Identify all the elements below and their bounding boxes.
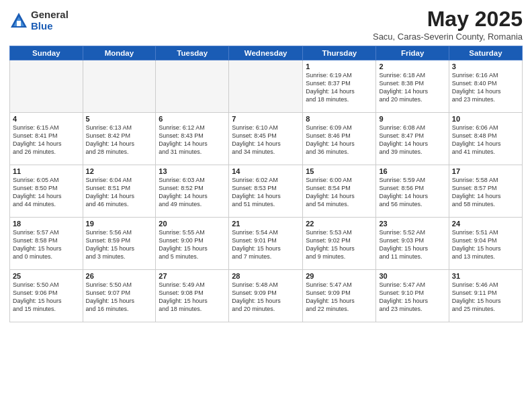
logo-general-text: General xyxy=(31,9,69,21)
day-cell: 17Sunrise: 5:58 AM Sunset: 8:57 PM Dayli… xyxy=(449,165,522,218)
day-number: 6 xyxy=(159,115,226,123)
day-cell: 5Sunrise: 6:13 AM Sunset: 8:42 PM Daylig… xyxy=(83,113,156,165)
day-cell: 25Sunrise: 5:50 AM Sunset: 9:06 PM Dayli… xyxy=(10,270,83,322)
day-number: 14 xyxy=(232,167,300,175)
day-cell xyxy=(83,60,156,113)
day-number: 12 xyxy=(86,167,153,175)
day-number: 25 xyxy=(13,272,80,280)
day-number: 16 xyxy=(379,167,445,175)
day-number: 15 xyxy=(306,167,373,175)
day-cell: 2Sunrise: 6:18 AM Sunset: 8:38 PM Daylig… xyxy=(376,60,449,113)
day-number: 7 xyxy=(232,115,300,123)
day-info: Sunrise: 5:46 AM Sunset: 9:11 PM Dayligh… xyxy=(452,281,519,314)
day-number: 28 xyxy=(232,272,300,280)
day-info: Sunrise: 5:59 AM Sunset: 8:56 PM Dayligh… xyxy=(379,176,445,209)
col-sunday: Sunday xyxy=(10,46,83,60)
day-info: Sunrise: 6:18 AM Sunset: 8:38 PM Dayligh… xyxy=(379,71,445,104)
day-cell: 14Sunrise: 6:02 AM Sunset: 8:53 PM Dayli… xyxy=(229,165,303,218)
day-info: Sunrise: 6:10 AM Sunset: 8:45 PM Dayligh… xyxy=(232,124,300,156)
day-info: Sunrise: 6:12 AM Sunset: 8:43 PM Dayligh… xyxy=(159,124,226,156)
day-number: 26 xyxy=(86,272,153,280)
day-number: 18 xyxy=(13,220,80,228)
month-title: May 2025 xyxy=(373,7,523,32)
calendar-header-row: Sunday Monday Tuesday Wednesday Thursday… xyxy=(10,46,523,60)
day-cell: 7Sunrise: 6:10 AM Sunset: 8:45 PM Daylig… xyxy=(229,113,303,165)
day-number: 1 xyxy=(306,62,373,71)
day-info: Sunrise: 6:13 AM Sunset: 8:42 PM Dayligh… xyxy=(86,124,153,156)
col-tuesday: Tuesday xyxy=(156,46,229,60)
day-info: Sunrise: 6:06 AM Sunset: 8:48 PM Dayligh… xyxy=(452,124,519,156)
day-number: 24 xyxy=(452,220,519,228)
day-info: Sunrise: 6:04 AM Sunset: 8:51 PM Dayligh… xyxy=(86,176,153,209)
day-info: Sunrise: 5:52 AM Sunset: 9:03 PM Dayligh… xyxy=(379,228,445,261)
day-cell: 24Sunrise: 5:51 AM Sunset: 9:04 PM Dayli… xyxy=(449,218,522,270)
day-number: 29 xyxy=(306,272,373,280)
day-cell: 29Sunrise: 5:47 AM Sunset: 9:09 PM Dayli… xyxy=(303,270,376,322)
day-cell: 16Sunrise: 5:59 AM Sunset: 8:56 PM Dayli… xyxy=(376,165,449,218)
page: General Blue May 2025 Sacu, Caras-Severi… xyxy=(0,0,532,411)
day-info: Sunrise: 6:03 AM Sunset: 8:52 PM Dayligh… xyxy=(159,176,226,209)
day-number: 4 xyxy=(13,115,80,123)
day-cell xyxy=(156,60,229,113)
day-info: Sunrise: 5:47 AM Sunset: 9:09 PM Dayligh… xyxy=(306,281,373,314)
day-info: Sunrise: 5:50 AM Sunset: 9:06 PM Dayligh… xyxy=(13,281,80,314)
logo-text: General Blue xyxy=(31,9,69,32)
day-cell: 6Sunrise: 6:12 AM Sunset: 8:43 PM Daylig… xyxy=(156,113,229,165)
day-number: 9 xyxy=(379,115,445,123)
day-number: 2 xyxy=(379,62,445,71)
day-info: Sunrise: 5:49 AM Sunset: 9:08 PM Dayligh… xyxy=(159,281,226,314)
day-info: Sunrise: 6:05 AM Sunset: 8:50 PM Dayligh… xyxy=(13,176,80,209)
day-number: 13 xyxy=(159,167,226,175)
day-number: 3 xyxy=(452,62,519,71)
day-cell: 15Sunrise: 6:00 AM Sunset: 8:54 PM Dayli… xyxy=(303,165,376,218)
day-cell: 27Sunrise: 5:49 AM Sunset: 9:08 PM Dayli… xyxy=(156,270,229,322)
day-info: Sunrise: 5:48 AM Sunset: 9:09 PM Dayligh… xyxy=(232,281,300,314)
col-wednesday: Wednesday xyxy=(229,46,303,60)
day-info: Sunrise: 6:19 AM Sunset: 8:37 PM Dayligh… xyxy=(306,71,373,104)
col-monday: Monday xyxy=(83,46,156,60)
day-cell: 21Sunrise: 5:54 AM Sunset: 9:01 PM Dayli… xyxy=(229,218,303,270)
col-friday: Friday xyxy=(376,46,449,60)
day-number: 11 xyxy=(13,167,80,175)
day-info: Sunrise: 6:00 AM Sunset: 8:54 PM Dayligh… xyxy=(306,176,373,209)
day-cell: 12Sunrise: 6:04 AM Sunset: 8:51 PM Dayli… xyxy=(83,165,156,218)
day-info: Sunrise: 5:58 AM Sunset: 8:57 PM Dayligh… xyxy=(452,176,519,209)
day-cell: 3Sunrise: 6:16 AM Sunset: 8:40 PM Daylig… xyxy=(449,60,522,113)
day-cell: 11Sunrise: 6:05 AM Sunset: 8:50 PM Dayli… xyxy=(10,165,83,218)
week-row-2: 4Sunrise: 6:15 AM Sunset: 8:41 PM Daylig… xyxy=(10,113,523,165)
day-info: Sunrise: 6:09 AM Sunset: 8:46 PM Dayligh… xyxy=(306,124,373,156)
day-info: Sunrise: 5:50 AM Sunset: 9:07 PM Dayligh… xyxy=(86,281,153,314)
day-number: 20 xyxy=(159,220,226,228)
day-info: Sunrise: 6:15 AM Sunset: 8:41 PM Dayligh… xyxy=(13,124,80,156)
day-number: 22 xyxy=(306,220,373,228)
day-info: Sunrise: 5:57 AM Sunset: 8:58 PM Dayligh… xyxy=(13,228,80,261)
title-area: May 2025 Sacu, Caras-Severin County, Rom… xyxy=(373,7,523,42)
header: General Blue May 2025 Sacu, Caras-Severi… xyxy=(9,7,523,42)
day-number: 30 xyxy=(379,272,445,280)
day-info: Sunrise: 5:56 AM Sunset: 8:59 PM Dayligh… xyxy=(86,228,153,261)
calendar: Sunday Monday Tuesday Wednesday Thursday… xyxy=(9,46,523,322)
day-cell: 20Sunrise: 5:55 AM Sunset: 9:00 PM Dayli… xyxy=(156,218,229,270)
day-info: Sunrise: 5:51 AM Sunset: 9:04 PM Dayligh… xyxy=(452,228,519,261)
day-number: 8 xyxy=(306,115,373,123)
logo: General Blue xyxy=(9,9,69,32)
day-info: Sunrise: 5:53 AM Sunset: 9:02 PM Dayligh… xyxy=(306,228,373,261)
logo-blue-text: Blue xyxy=(31,21,69,32)
day-info: Sunrise: 6:16 AM Sunset: 8:40 PM Dayligh… xyxy=(452,71,519,104)
day-cell: 31Sunrise: 5:46 AM Sunset: 9:11 PM Dayli… xyxy=(449,270,522,322)
week-row-5: 25Sunrise: 5:50 AM Sunset: 9:06 PM Dayli… xyxy=(10,270,523,322)
day-cell: 22Sunrise: 5:53 AM Sunset: 9:02 PM Dayli… xyxy=(303,218,376,270)
day-number: 5 xyxy=(86,115,153,123)
day-number: 17 xyxy=(452,167,519,175)
day-info: Sunrise: 6:02 AM Sunset: 8:53 PM Dayligh… xyxy=(232,176,300,209)
day-info: Sunrise: 6:08 AM Sunset: 8:47 PM Dayligh… xyxy=(379,124,445,156)
day-cell xyxy=(10,60,83,113)
day-cell xyxy=(229,60,303,113)
day-cell: 4Sunrise: 6:15 AM Sunset: 8:41 PM Daylig… xyxy=(10,113,83,165)
day-number: 21 xyxy=(232,220,300,228)
week-row-3: 11Sunrise: 6:05 AM Sunset: 8:50 PM Dayli… xyxy=(10,165,523,218)
day-cell: 9Sunrise: 6:08 AM Sunset: 8:47 PM Daylig… xyxy=(376,113,449,165)
week-row-4: 18Sunrise: 5:57 AM Sunset: 8:58 PM Dayli… xyxy=(10,218,523,270)
col-thursday: Thursday xyxy=(303,46,376,60)
day-cell: 18Sunrise: 5:57 AM Sunset: 8:58 PM Dayli… xyxy=(10,218,83,270)
